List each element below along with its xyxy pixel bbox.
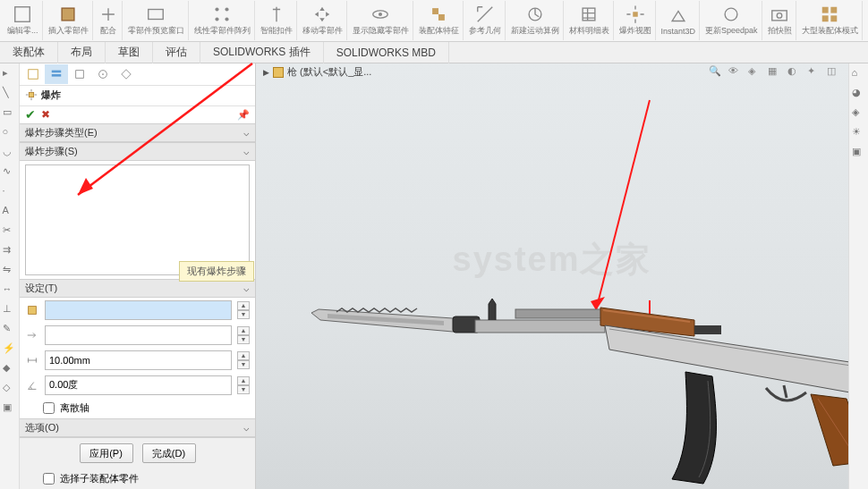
ls-misc2-icon[interactable]: ◇ [3,382,17,396]
vp-sect-icon[interactable]: ◫ [827,65,843,81]
rib-smart-fastener[interactable]: 智能扣件 [257,1,297,40]
component-spinner[interactable]: ▲▼ [237,301,250,319]
tab-evaluate[interactable]: 评估 [153,42,200,63]
rib-motion[interactable]: 新建运动算例 [507,1,564,40]
vp-view-icon[interactable]: 👁 [728,65,745,81]
discrete-axis-row: 离散轴 [20,398,255,418]
rib-mate[interactable]: 配合 [95,1,123,40]
rib-large-asm[interactable]: 大型装配体模式 [798,1,863,40]
svg-point-3 [215,7,218,11]
ls-misc1-icon[interactable]: ◆ [3,362,17,376]
angle-input[interactable] [45,375,232,395]
pin-icon[interactable]: 📌 [237,109,250,121]
svg-point-5 [215,17,218,21]
vp-render-icon[interactable]: ✦ [807,65,823,81]
select-sub-checkbox[interactable] [43,473,55,485]
explode-steps-list[interactable]: 现有爆炸步骤 [25,164,250,275]
rib-instant3d[interactable]: Instant3D [658,1,701,40]
ls-line-icon[interactable]: ╲ [3,87,17,101]
tab-addins[interactable]: SOLIDWORKS 插件 [200,42,324,63]
rib-snapshot[interactable]: 拍快照 [764,1,796,40]
setting-direction-row: ▲▼ [20,323,255,348]
apply-button[interactable]: 应用(P) [80,443,133,463]
ls-dim-icon[interactable]: ↔ [3,283,17,298]
ls-trim-icon[interactable]: ✂ [3,224,17,239]
component-input[interactable] [45,300,232,320]
rs-decal-icon[interactable]: ◈ [852,106,866,121]
section-steps-label: 爆炸步骤(S) [25,145,78,158]
ok-cancel-row: ✔ ✖ 📌 [20,106,255,123]
tab-layout[interactable]: 布局 [58,42,106,63]
discrete-axis-checkbox[interactable] [43,402,55,414]
rib-bom[interactable]: 材料明细表 [566,1,614,40]
distance-input[interactable] [45,350,232,370]
svg-rect-34 [515,309,605,318]
pi-property-mgr-icon[interactable] [45,64,68,84]
ls-arc-icon[interactable]: ◡ [3,146,17,160]
section-options[interactable]: 选项(O) ⌵ [20,418,255,437]
vp-disp-icon[interactable]: ▦ [768,65,784,81]
pi-config-mgr-icon[interactable] [68,64,91,84]
ls-circle-icon[interactable]: ○ [3,126,17,140]
done-button[interactable]: 完成(D) [142,443,196,463]
vp-zoom-icon[interactable]: 🔍 [709,65,725,81]
pi-feature-tree-icon[interactable] [21,64,45,84]
rs-scene-icon[interactable]: ☀ [852,126,866,140]
tab-sketch[interactable]: 草图 [106,42,153,63]
svg-rect-26 [29,92,33,97]
cancel-button[interactable]: ✖ [41,108,50,121]
ls-text-icon[interactable]: A [3,205,17,219]
angle-spinner[interactable]: ▲▼ [237,376,250,394]
ls-point-icon[interactable]: · [3,185,17,199]
ls-select-icon[interactable]: ▸ [3,67,17,81]
section-step-type-label: 爆炸步骤类型(E) [25,126,98,139]
component-icon [25,303,39,317]
rib-explode[interactable]: 爆炸视图 [616,1,656,40]
rib-ref-geom[interactable]: 参考几何 [465,1,506,40]
rib-show-hide[interactable]: 显示隐藏零部件 [349,1,413,40]
rib-insert-comp[interactable]: 插入零部件 [45,1,93,40]
feature-breadcrumb[interactable]: ▶ 枪 (默认<默认_显... [263,65,371,79]
section-step-type[interactable]: 爆炸步骤类型(E) ⌵ [20,123,255,142]
rs-home-icon[interactable]: ⌂ [852,67,866,81]
ls-repair-icon[interactable]: ✎ [3,323,17,337]
setting-component-row: ▲▼ [20,298,255,323]
rib-assembly-feat[interactable]: 装配体特征 [415,1,464,40]
rib-speedpak[interactable]: 更新Speedpak [702,1,762,40]
ls-quick-icon[interactable]: ⚡ [3,342,17,357]
direction-icon [25,328,39,342]
rib-move-comp[interactable]: 移动零部件 [299,1,347,40]
direction-input[interactable] [45,325,232,345]
rs-appear-icon[interactable]: ◕ [852,87,866,101]
rifle-3d-model[interactable] [301,220,848,489]
fastener-icon [267,4,286,24]
3d-viewport[interactable]: 🔍 👁 ◈ ▦ ◐ ✦ ◫ ▶ 枪 (默认<默认_显... system之家 [256,63,848,489]
breadcrumb-expand-icon[interactable]: ▶ [263,68,269,77]
vp-scene-icon[interactable]: ◐ [787,65,804,81]
direction-spinner[interactable]: ▲▼ [237,326,250,344]
rib-linear-pattern[interactable]: 线性零部件阵列 [191,1,255,40]
ls-offset-icon[interactable]: ⇉ [3,244,17,258]
ls-spline-icon[interactable]: ∿ [3,165,17,180]
section-settings[interactable]: 设定(T) ⌵ [20,279,255,298]
rib-edit-part[interactable]: 编辑零... [4,1,43,40]
tab-mbd[interactable]: SOLIDWORKS MBD [324,42,449,63]
vp-orient-icon[interactable]: ◈ [748,65,764,81]
ls-misc3-icon[interactable]: ▣ [3,401,17,416]
pi-dimxpert-icon[interactable] [91,64,115,84]
edit-part-icon [13,4,32,24]
ls-rel-icon[interactable]: ⊥ [3,303,17,317]
ls-mirror-icon[interactable]: ⇋ [3,264,17,278]
svg-rect-13 [633,12,638,17]
tab-assembly[interactable]: 装配体 [0,42,58,63]
select-sub-row: 选择子装配体零件 [20,468,255,489]
rs-view-icon[interactable]: ▣ [852,146,866,160]
svg-point-4 [225,7,228,11]
distance-spinner[interactable]: ▲▼ [237,351,250,369]
ok-button[interactable]: ✔ [25,107,36,122]
ls-rect-icon[interactable]: ▭ [3,106,17,121]
section-steps[interactable]: 爆炸步骤(S) ⌵ [20,142,255,161]
svg-point-16 [777,13,782,19]
rib-preview[interactable]: 零部件预览窗口 [124,1,189,40]
pi-display-mgr-icon[interactable] [115,64,138,84]
